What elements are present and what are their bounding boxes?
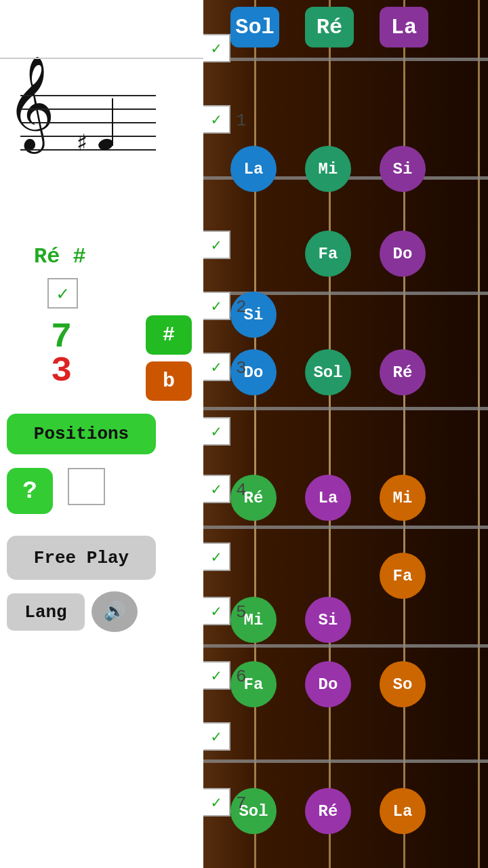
staff-area: 𝄞 ♯ [0,54,163,203]
note-so-fret6-str3[interactable]: So [380,661,426,707]
fret-checkbox-3[interactable]: ✓ [202,353,230,381]
note-mi-fret4-str3[interactable]: Mi [380,475,426,521]
speaker-button[interactable]: 🔊 [92,591,138,632]
fret-number-5: 5 [236,602,247,623]
re-checkbox[interactable]: ✓ [47,278,78,309]
speaker-icon: 🔊 [104,601,125,623]
note-si-fret5-str2[interactable]: Si [305,597,351,643]
fret-number-7: 7 [236,793,247,814]
note-sol-fret3-str2[interactable]: Sol [305,349,351,395]
fret-checkbox-1h[interactable]: ✓ [202,231,230,259]
string-header-re: Ré [305,7,354,47]
language-button[interactable]: Lang [7,593,85,631]
note-re-fret7-str2[interactable]: Ré [305,788,351,834]
note-si-fret1-str3[interactable]: Si [380,146,426,192]
string-3 [403,0,405,868]
left-panel: 𝄞 ♯ Ré # ✓ 7 3 # b Positions ? Free Play… [0,0,203,868]
checkmark-icon-0: ✓ [211,39,221,58]
fret-line-3 [197,407,488,410]
fret-checkbox-4h[interactable]: ✓ [202,542,230,571]
fret-checkbox-5[interactable]: ✓ [202,597,230,625]
checkmark-icon-2: ✓ [211,296,221,316]
fret-line-6 [197,760,488,763]
checkmark-icon-7: ✓ [211,793,221,812]
fret-number-3: 3 [236,358,247,378]
fret-checkbox-6[interactable]: ✓ [202,661,230,690]
fret-checkbox-7[interactable]: ✓ [202,788,230,816]
divider [0,58,203,59]
note-la-fret4-str2[interactable]: La [305,475,351,521]
flat-button[interactable]: b [146,361,192,401]
positions-button[interactable]: Positions [7,414,156,454]
string-header-la: La [380,7,428,47]
string-1 [254,0,256,868]
fret-line-0 [197,58,488,61]
fret-line-4 [197,526,488,529]
fret-line-5 [197,644,488,648]
sharp-button[interactable]: # [146,315,192,355]
fret-checkbox-6h[interactable]: ✓ [202,722,230,751]
string-header-sol: Sol [230,7,279,47]
note-do-fret6-str2[interactable]: Do [305,661,351,707]
note-la-fret1-str1[interactable]: La [230,146,277,192]
fret-number-6: 6 [236,667,247,687]
fret-checkbox-3h[interactable]: ✓ [202,417,230,446]
string-4 [478,0,480,868]
note-mi-fret1-str2[interactable]: Mi [305,146,351,192]
checkmark-icon-6h: ✓ [211,727,221,747]
checkmark-icon-open: ✓ [211,110,221,130]
free-play-button[interactable]: Free Play [7,536,156,580]
fret-number-4: 4 [236,480,247,500]
checkmark-icon-4h: ✓ [211,547,221,567]
note-fa-str2[interactable]: Fa [305,231,351,277]
fret-number-1: 1 [236,111,247,131]
fret-checkbox-4[interactable]: ✓ [202,475,230,503]
note-stem [112,98,113,146]
checkmark-icon-4: ✓ [211,479,221,499]
options-checkbox[interactable] [68,468,105,505]
re-checkmark-icon: ✓ [57,282,68,305]
fret-checkbox-0[interactable]: ✓ [202,34,230,62]
checkmark-icon-6: ✓ [211,666,221,686]
checkmark-icon-5: ✓ [211,601,221,621]
checkmark-icon-3h: ✓ [211,422,221,441]
sharp-sign-icon: ♯ [75,129,89,159]
string-2 [329,0,331,868]
note-la-fret7-str3[interactable]: La [380,788,426,834]
note-do-str3[interactable]: Do [380,231,426,277]
fret-line-2 [197,292,488,295]
interval-number-red: 3 [51,351,72,391]
note-fa-str3-mid[interactable]: Fa [380,553,426,599]
fret-checkbox-open[interactable]: ✓ [202,105,230,134]
note-re-fret3-str3[interactable]: Ré [380,349,426,395]
note-name-label: Ré # [34,244,86,269]
checkmark-icon-1h: ✓ [211,235,221,255]
fret-number-2: 2 [236,297,247,317]
help-button[interactable]: ? [7,468,53,514]
checkmark-icon-3: ✓ [211,357,221,377]
fret-checkbox-2[interactable]: ✓ [202,292,230,320]
